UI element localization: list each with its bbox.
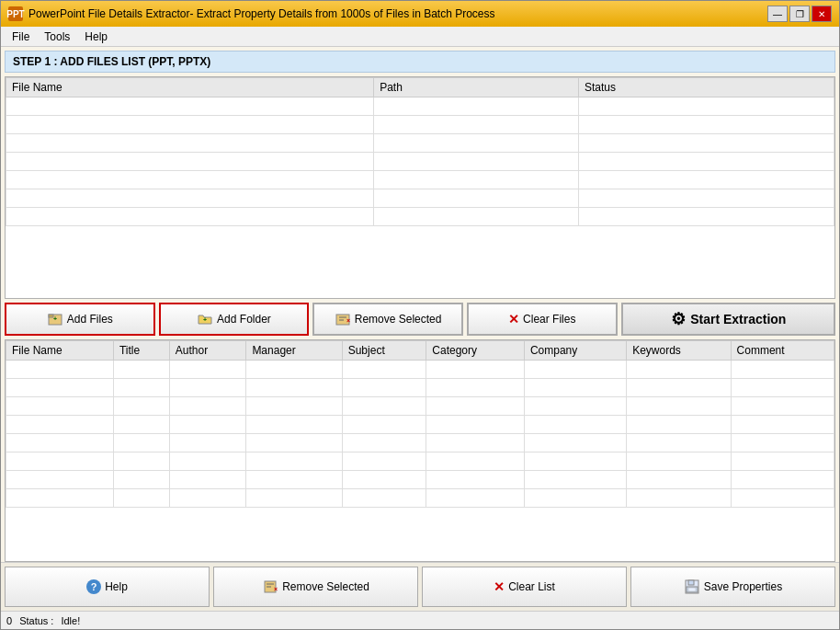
- remove-selected-button[interactable]: × Remove Selected: [213, 567, 418, 607]
- prop-col-comment: Comment: [731, 341, 834, 361]
- clear-list-icon: ✕: [494, 579, 505, 594]
- clear-files-button[interactable]: ✕ Clear Files: [467, 303, 618, 336]
- add-folder-icon: +: [197, 311, 213, 327]
- remove-selected-files-button[interactable]: × Remove Selected: [312, 303, 463, 336]
- prop-col-author: Author: [169, 341, 246, 361]
- table-row: [6, 116, 834, 134]
- table-row: [6, 471, 834, 489]
- table-row: [6, 97, 834, 116]
- table-row: [6, 153, 834, 171]
- status-count: 0: [6, 615, 12, 626]
- col-status: Status: [578, 78, 834, 97]
- window-controls: — ❐ ✕: [767, 6, 832, 22]
- col-filename: File Name: [6, 78, 374, 97]
- save-icon: [684, 578, 700, 595]
- clear-list-button[interactable]: ✕ Clear List: [422, 567, 627, 607]
- table-row: [6, 379, 834, 397]
- prop-col-company: Company: [524, 341, 626, 361]
- svg-rect-13: [688, 580, 694, 585]
- prop-col-filename: File Name: [6, 341, 114, 361]
- table-row: [6, 434, 834, 452]
- table-row: [6, 416, 834, 434]
- svg-rect-15: [688, 588, 696, 591]
- properties-table-container: File Name Title Author Manager Subject C…: [5, 339, 835, 562]
- main-window: PPT PowerPoint File Details Extractor- E…: [0, 0, 840, 630]
- svg-text:+: +: [53, 315, 57, 322]
- main-content: STEP 1 : ADD FILES LIST (PPT, PPTX) File…: [1, 47, 839, 611]
- status-bar: 0 Status : Idle!: [1, 611, 839, 629]
- table-row: [6, 134, 834, 153]
- start-extraction-button[interactable]: ⚙ Start Extraction: [621, 303, 835, 336]
- prop-col-title: Title: [113, 341, 169, 361]
- table-row: [6, 189, 834, 208]
- prop-col-keywords: Keywords: [627, 341, 731, 361]
- prop-col-manager: Manager: [246, 341, 342, 361]
- start-extraction-label: Start Extraction: [690, 312, 786, 326]
- save-properties-button[interactable]: Save Properties: [630, 567, 835, 607]
- title-bar-left: PPT PowerPoint File Details Extractor- E…: [8, 6, 495, 21]
- add-folder-label: Add Folder: [217, 313, 271, 326]
- col-path: Path: [374, 78, 579, 97]
- menu-tools[interactable]: Tools: [37, 29, 77, 45]
- files-table-container: File Name Path Status: [5, 76, 835, 299]
- clear-files-icon: ✕: [508, 312, 519, 326]
- help-button[interactable]: ? Help: [5, 567, 210, 607]
- close-button[interactable]: ✕: [812, 6, 832, 22]
- gear-icon: ⚙: [670, 311, 687, 327]
- prop-col-subject: Subject: [342, 341, 426, 361]
- menu-file[interactable]: File: [5, 29, 37, 45]
- status-label: Status :: [19, 615, 53, 626]
- svg-text:×: ×: [346, 317, 350, 324]
- table-row: [6, 361, 834, 379]
- files-table: File Name Path Status: [6, 77, 834, 226]
- help-icon: ?: [86, 579, 101, 594]
- add-files-label: Add Files: [67, 313, 113, 326]
- table-row: [6, 397, 834, 416]
- window-title: PowerPoint File Details Extractor- Extra…: [28, 7, 495, 20]
- clear-files-label: Clear Files: [523, 313, 575, 326]
- svg-text:×: ×: [274, 586, 278, 592]
- app-icon: PPT: [8, 6, 23, 21]
- table-row: [6, 208, 834, 226]
- bottom-button-bar: ? Help × Remove Selected ✕ Clear List: [1, 562, 839, 611]
- title-bar: PPT PowerPoint File Details Extractor- E…: [1, 1, 839, 27]
- clear-list-label: Clear List: [508, 580, 555, 593]
- properties-table: File Name Title Author Manager Subject C…: [6, 340, 834, 508]
- add-files-icon: +: [47, 311, 63, 327]
- step1-header: STEP 1 : ADD FILES LIST (PPT, PPTX): [5, 51, 835, 73]
- table-row: [6, 171, 834, 189]
- remove-selected-icon: ×: [262, 578, 278, 595]
- menu-help[interactable]: Help: [77, 29, 115, 45]
- help-label: Help: [105, 580, 128, 593]
- table-row: [6, 452, 834, 471]
- add-folder-button[interactable]: + Add Folder: [159, 303, 310, 336]
- table-row: [6, 489, 834, 508]
- file-action-buttons: + Add Files + Add Folder: [5, 303, 835, 336]
- status-value: Idle!: [61, 615, 80, 626]
- restore-button[interactable]: ❐: [789, 6, 810, 22]
- svg-text:+: +: [203, 316, 207, 323]
- remove-selected-label: Remove Selected: [282, 580, 369, 593]
- add-files-button[interactable]: + Add Files: [5, 303, 155, 336]
- menu-bar: File Tools Help: [1, 27, 839, 47]
- remove-selected-files-label: Remove Selected: [355, 313, 442, 326]
- minimize-button[interactable]: —: [767, 6, 788, 22]
- prop-col-category: Category: [426, 341, 525, 361]
- save-properties-label: Save Properties: [704, 580, 782, 593]
- remove-selected-files-icon: ×: [335, 311, 351, 327]
